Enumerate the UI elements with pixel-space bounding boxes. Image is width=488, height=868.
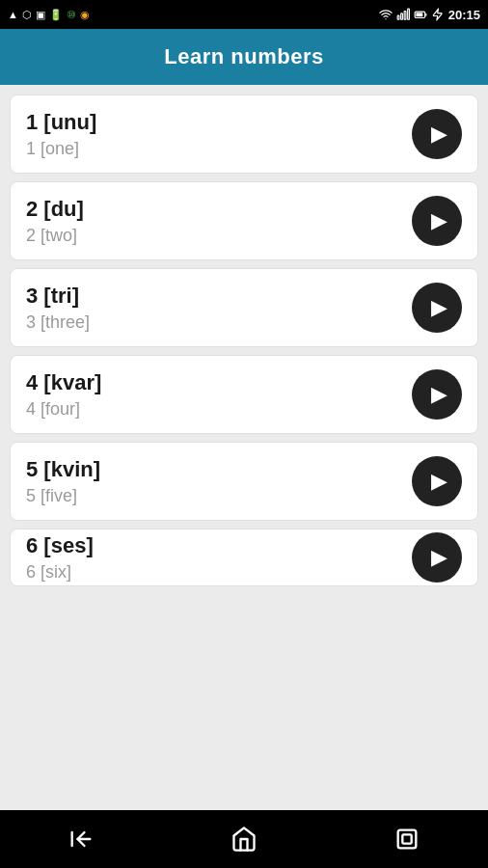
card-3-primary: 3 [tri] [26,284,90,309]
svg-rect-5 [416,13,422,16]
number-card-5: 5 [kvin] 5 [five] ▶ [10,442,478,521]
play-icon-5: ▶ [431,469,447,494]
svg-rect-6 [397,830,416,849]
number-card-2: 2 [du] 2 [two] ▶ [10,181,478,260]
card-1-primary: 1 [unu] [26,110,96,135]
number-card-4: 4 [kvar] 4 [four] ▶ [10,355,478,434]
battery-icon [414,8,427,21]
wifi-icon [379,8,393,21]
signal-icon [396,8,410,21]
play-icon-4: ▶ [431,382,447,407]
play-icon-1: ▶ [431,122,447,147]
back-button[interactable] [52,820,110,858]
card-2-secondary: 2 [two] [26,226,84,246]
bottom-navigation [0,810,488,868]
card-4-primary: 4 [kvar] [26,370,101,395]
svg-rect-0 [397,15,399,19]
recents-button[interactable] [378,820,436,858]
play-button-2[interactable]: ▶ [412,196,462,246]
notification-icon-2: ⬡ [22,9,32,21]
card-4-secondary: 4 [four] [26,399,101,420]
play-button-5[interactable]: ▶ [412,456,462,506]
card-6-text: 6 [ses] 6 [six] [26,533,94,583]
number-card-6-partial: 6 [ses] 6 [six] ▶ [10,529,478,586]
card-6-secondary: 6 [six] [26,562,94,583]
card-5-primary: 5 [kvin] [26,457,100,482]
card-4-text: 4 [kvar] 4 [four] [26,370,101,420]
charging-icon [431,8,445,21]
card-3-secondary: 3 [three] [26,312,90,333]
play-icon-2: ▶ [431,208,447,233]
svg-rect-3 [407,9,409,19]
svg-rect-1 [400,14,402,19]
home-button[interactable] [215,820,273,858]
play-button-3[interactable]: ▶ [412,283,462,333]
svg-rect-2 [404,12,406,20]
card-1-text: 1 [unu] 1 [one] [26,110,96,159]
play-icon-6: ▶ [431,545,447,570]
home-icon [230,826,258,853]
number-card-1: 1 [unu] 1 [one] ▶ [10,95,478,174]
play-icon-3: ▶ [431,295,447,320]
back-arrow-icon [68,826,95,853]
card-1-secondary: 1 [one] [26,139,96,159]
status-bar-left-icons: ▲ ⬡ ▣ 🔋 ⑩ ◉ [8,9,90,21]
numbers-list: 1 [unu] 1 [one] ▶ 2 [du] 2 [two] ▶ 3 [tr… [0,85,488,810]
recents-icon [393,826,420,853]
card-2-primary: 2 [du] [26,197,84,222]
notification-icon-3: ▣ [36,9,45,21]
svg-rect-7 [402,834,411,843]
play-button-4[interactable]: ▶ [412,369,462,420]
notification-icon-1: ▲ [8,9,18,20]
play-button-1[interactable]: ▶ [412,109,462,159]
card-5-secondary: 5 [five] [26,486,100,506]
card-3-text: 3 [tri] 3 [three] [26,284,90,333]
number-card-3: 3 [tri] 3 [three] ▶ [10,268,478,347]
card-5-text: 5 [kvin] 5 [five] [26,457,100,506]
status-time: 20:15 [448,8,480,22]
page-title: Learn numbers [164,44,323,69]
app-header: Learn numbers [0,29,488,85]
status-bar: ▲ ⬡ ▣ 🔋 ⑩ ◉ 20:15 [0,0,488,29]
card-6-primary: 6 [ses] [26,533,94,558]
status-bar-right-icons: 20:15 [379,8,480,22]
card-2-text: 2 [du] 2 [two] [26,197,84,246]
notification-icon-5: ⑩ [67,9,76,21]
notification-icon-4: 🔋 [49,9,63,21]
notification-icon-6: ◉ [80,9,90,21]
play-button-6[interactable]: ▶ [412,532,462,583]
